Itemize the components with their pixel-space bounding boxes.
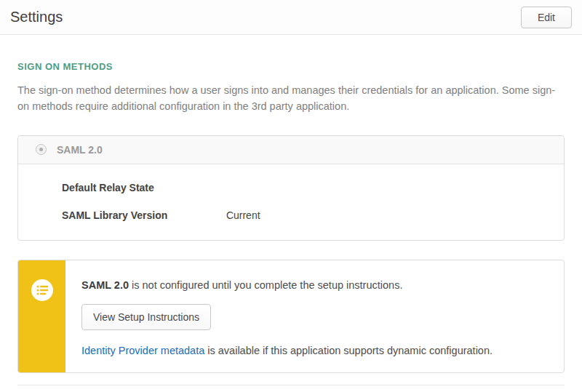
field-row-default-relay-state: Default Relay State: [62, 182, 564, 193]
settings-page: Settings Edit SIGN ON METHODS The sign-o…: [0, 0, 582, 392]
main-content: SIGN ON METHODS The sign-on method deter…: [0, 61, 582, 385]
field-row-saml-library-version: SAML Library Version Current: [62, 209, 564, 221]
saml-card-body: Default Relay State SAML Library Version…: [18, 164, 564, 240]
saml-radio-dot: [39, 148, 43, 151]
callout-text-bold: SAML 2.0: [81, 279, 129, 291]
edit-button[interactable]: Edit: [521, 7, 572, 28]
setup-instructions-callout: SAML 2.0 is not configured until you com…: [17, 260, 565, 373]
saml-radio-label: SAML 2.0: [57, 144, 103, 156]
callout-text-rest: is not configured until you complete the…: [129, 279, 402, 291]
view-setup-instructions-button[interactable]: View Setup Instructions: [81, 304, 211, 330]
callout-content: SAML 2.0 is not configured until you com…: [65, 260, 564, 372]
bottom-section-divider: [17, 385, 565, 385]
page-header: Settings Edit: [0, 0, 582, 35]
callout-accent-bar: [18, 260, 65, 372]
field-value-saml-library-version: Current: [226, 209, 260, 221]
saml-radio-button[interactable]: [36, 144, 47, 155]
section-description: The sign-on method determines how a user…: [17, 82, 565, 115]
page-title: Settings: [10, 9, 63, 25]
field-label-saml-library-version: SAML Library Version: [62, 209, 223, 221]
identity-provider-metadata-link[interactable]: Identity Provider metadata: [81, 345, 204, 356]
section-heading: SIGN ON METHODS: [17, 61, 565, 72]
saml-card: SAML 2.0 Default Relay State SAML Librar…: [17, 135, 565, 241]
setup-instructions-list-icon: [31, 279, 53, 301]
callout-link-suffix: is available if this application support…: [204, 345, 493, 356]
field-label-default-relay-state: Default Relay State: [62, 182, 223, 193]
saml-card-header: SAML 2.0: [18, 136, 564, 164]
callout-link-line: Identity Provider metadata is available …: [81, 345, 546, 356]
callout-text: SAML 2.0 is not configured until you com…: [81, 279, 546, 291]
